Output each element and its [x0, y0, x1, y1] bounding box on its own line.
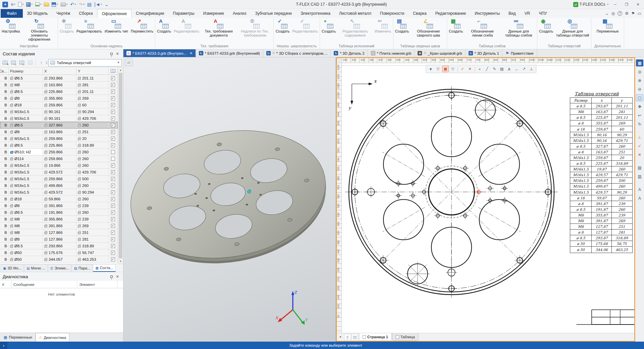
- include-checkbox[interactable]: ✓: [111, 90, 115, 94]
- accept-icon[interactable]: ✓: [459, 66, 466, 72]
- workplane-icon[interactable]: ▱: [125, 59, 133, 66]
- ribbon-button-создать[interactable]: ◉Создать: [538, 18, 554, 43]
- table-row[interactable]: BM8127.866251✓: [0, 229, 118, 236]
- include-checkbox[interactable]: ✓: [111, 190, 115, 194]
- column-header-size[interactable]: Размер: [9, 67, 43, 74]
- tflex-logo[interactable]: ✦: [1, 1, 9, 8]
- panel-tab-3d-мо-[interactable]: ▣3D Мо...: [1, 264, 24, 272]
- table-scrollbar[interactable]: ▲ ▼: [118, 67, 123, 264]
- layers-icon[interactable]: ▤: [636, 164, 643, 171]
- include-checkbox[interactable]: ✓: [111, 224, 115, 228]
- table-row[interactable]: BØ510; H2259.866260: [0, 149, 118, 155]
- table-row[interactable]: BØ1859.866260✓: [0, 196, 118, 202]
- menu-tab-чпу[interactable]: ЧПУ: [534, 9, 551, 18]
- table-row[interactable]: BM8163.866281✓: [0, 82, 118, 88]
- include-checkbox[interactable]: ✓: [111, 244, 115, 248]
- panel-tab-меню-[interactable]: ▤Меню ...: [24, 264, 47, 272]
- include-checkbox[interactable]: ✓: [111, 110, 115, 114]
- table-row[interactable]: BØ50175.67656.747✓: [0, 249, 118, 256]
- include-checkbox[interactable]: ✓: [111, 184, 115, 188]
- menu-tab-редактирование[interactable]: Редактирование: [431, 9, 470, 18]
- ribbon-button-обозначение-сварного-шва[interactable]: ∠Обозначение сварного шва: [410, 18, 446, 43]
- insert-row-icon[interactable]: →: [10, 59, 17, 66]
- include-checkbox[interactable]: [111, 150, 115, 154]
- include-checkbox[interactable]: ✓: [111, 143, 115, 147]
- drawing-sheet[interactable]: ▼▽▦▽✓✕+╱✎▨A↔↗⊥ xy Таблица отверстий Разм…: [342, 63, 634, 333]
- pin-icon[interactable]: [108, 273, 114, 280]
- include-checkbox[interactable]: ✓: [111, 83, 115, 87]
- document-tab--кран-шаровой-grb[interactable]: ✱⚿_Кран шаровой.grb: [415, 49, 465, 57]
- menu-tab-параметры[interactable]: Параметры: [169, 9, 199, 18]
- include-checkbox[interactable]: ✓: [111, 116, 115, 120]
- column-header-x[interactable]: X: [43, 67, 76, 74]
- table-row[interactable]: BØ8.5225.866201.11✓: [0, 88, 118, 95]
- table-row[interactable]: BØ8.5293.866318.89✓: [0, 243, 118, 249]
- menu-tab-зубчатые-передачи[interactable]: Зубчатые передачи: [251, 9, 296, 18]
- leader-tool-icon[interactable]: ↗: [521, 66, 527, 72]
- ribbon-button-переместить[interactable]: ↗Переместить: [129, 18, 155, 43]
- ribbon-button-тех-требования-документа[interactable]: AТех. требования документа: [201, 18, 237, 43]
- text-tool-icon[interactable]: A: [506, 66, 513, 72]
- 3d-viewport[interactable]: ▱: [123, 57, 336, 342]
- tflex-docs-button[interactable]: ⇄ T-FLEX DOCs ▾: [573, 2, 608, 7]
- settings-gear-icon[interactable]: ⚙: [625, 11, 629, 16]
- menu-tab-файл[interactable]: Файл: [1, 9, 23, 18]
- ruler-corner-button[interactable]: [337, 58, 342, 63]
- zoom-window-icon[interactable]: ◎: [636, 68, 643, 75]
- document-tab--3d-деталь-2[interactable]: ↻* 3D Деталь 2: [331, 49, 368, 57]
- main-menu-icon[interactable]: ≡▾: [10, 1, 16, 8]
- filter-edges-icon[interactable]: ▽: [435, 66, 441, 72]
- menu-tab-vr[interactable]: VR: [520, 9, 535, 18]
- undo-icon[interactable]: ↶▾: [69, 1, 77, 8]
- document-tab--3d-сборка-с-электродом-[interactable]: ↻⚿* 3D Сборка с электродом....: [263, 49, 331, 57]
- zoom-out-icon[interactable]: ⊖: [636, 86, 643, 93]
- table-row[interactable]: BØ50344.057463.253✓: [0, 256, 118, 263]
- table-row[interactable]: BM16x1.519.866260✓: [0, 162, 118, 169]
- table-row[interactable]: BM16x1.590.161429.706✓: [0, 115, 118, 122]
- table-row[interactable]: BM16x1.5429.57290.294✓: [0, 189, 118, 196]
- table-row[interactable]: BM16x1.5259.86620✓: [0, 135, 118, 142]
- ribbon-button-настройка[interactable]: ⚙Настройка: [0, 18, 21, 43]
- menu-tab-поверхности[interactable]: Поверхности: [376, 9, 409, 18]
- document-tab--плита-нижняя-grb[interactable]: * Плита нижняя.grb: [368, 49, 415, 57]
- include-checkbox[interactable]: ✓: [111, 137, 115, 141]
- include-checkbox[interactable]: [111, 157, 115, 161]
- column-header-include[interactable]: [109, 67, 117, 74]
- document-tab-приветствие[interactable]: ⚑Приветствие: [502, 49, 537, 57]
- menu-tab-электротехника[interactable]: Электротехника: [296, 9, 335, 18]
- sort-up-icon[interactable]: ↑: [38, 59, 45, 66]
- print-icon[interactable]: ▾: [60, 1, 69, 8]
- table-type-dropdown[interactable]: Таблица отверстий▼: [48, 59, 122, 66]
- text-style-icon[interactable]: A: [636, 186, 643, 193]
- flag-icon[interactable]: ⚑: [631, 11, 635, 16]
- diagnostics-column-1[interactable]: Сообщение: [11, 281, 77, 288]
- ribbon-button-создать[interactable]: +Создать: [320, 18, 337, 43]
- ribbon-button-создать[interactable]: ▤Создать: [394, 18, 411, 43]
- ribbon-button-создать[interactable]: ▦Создать: [447, 18, 464, 43]
- datum-tool-icon[interactable]: ⊥: [528, 66, 535, 72]
- include-checkbox[interactable]: ✓: [111, 210, 115, 214]
- menu-tab-измерение[interactable]: Измерение: [199, 9, 228, 18]
- new-fragment-icon[interactable]: ▾: [34, 1, 43, 8]
- scrollbar-thumb[interactable]: [119, 73, 122, 258]
- scroll-up-icon[interactable]: ▲: [118, 67, 123, 72]
- close-tab-icon[interactable]: ✕: [190, 51, 192, 55]
- include-checkbox[interactable]: ✓: [111, 76, 115, 80]
- ribbon-button-данные-для-таблицы-сгибов[interactable]: ≔Данные для таблицы сгибов: [500, 18, 537, 43]
- spinner-icon[interactable]: ˄˅: [46, 61, 47, 64]
- menu-tab-сборка[interactable]: Сборка: [75, 9, 97, 18]
- close-panel-icon[interactable]: ✕: [114, 51, 120, 57]
- bottom-tab-диагностика[interactable]: ⚠Диагностика: [36, 333, 70, 342]
- line-tool-icon[interactable]: ╱: [484, 66, 490, 72]
- command-chevron-icon[interactable]: ›: [0, 342, 7, 349]
- panel-tab-соста-[interactable]: ▦Соста...: [93, 264, 115, 272]
- ribbon-button-данные-для-таблицы-отверстий[interactable]: ◎Данные для таблицы отверстий: [554, 18, 591, 43]
- bottom-tab-переменные[interactable]: ▦Переменные: [1, 333, 36, 342]
- table-row[interactable]: BM16x1.5499.866260✓: [0, 182, 118, 189]
- table-row[interactable]: BM16x1.590.16190.294✓: [0, 108, 118, 115]
- table-row[interactable]: BØ18259.86660✓: [0, 102, 118, 108]
- include-checkbox[interactable]: ✓: [111, 103, 115, 107]
- save-icon[interactable]: ▾: [51, 1, 59, 8]
- table-row[interactable]: BM16x1.5429.572429.706✓: [0, 169, 118, 176]
- scroll-down-icon[interactable]: ▼: [118, 259, 123, 264]
